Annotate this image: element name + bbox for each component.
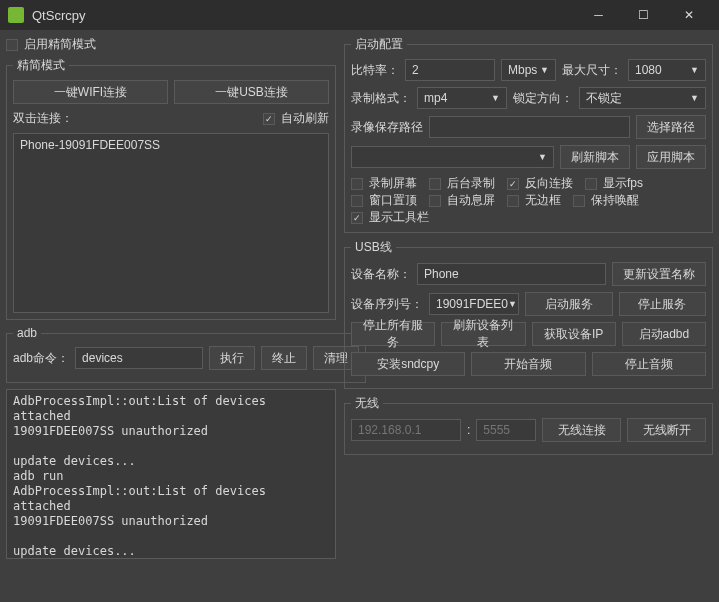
- checkbox-box: [6, 39, 18, 51]
- max-size-label: 最大尺寸：: [562, 62, 622, 79]
- lock-orient-label: 锁定方向：: [513, 90, 573, 107]
- close-button[interactable]: ✕: [666, 0, 711, 30]
- app-icon: [8, 7, 24, 23]
- select-path-button[interactable]: 选择路径: [636, 115, 706, 139]
- start-audio-button[interactable]: 开始音频: [471, 352, 585, 376]
- log-output[interactable]: AdbProcessImpl::out:List of devices atta…: [6, 389, 336, 559]
- wifi-connect-button[interactable]: 一键WIFI连接: [13, 80, 168, 104]
- usb-connect-button[interactable]: 一键USB连接: [174, 80, 329, 104]
- chevron-down-icon: ▼: [540, 65, 549, 75]
- device-name-input[interactable]: [417, 263, 606, 285]
- adb-cmd-input[interactable]: [75, 347, 203, 369]
- wireless-port-input[interactable]: [476, 419, 536, 441]
- maximize-button[interactable]: ☐: [621, 0, 666, 30]
- chevron-down-icon: ▼: [538, 152, 547, 162]
- simple-mode-legend: 精简模式: [13, 57, 69, 74]
- start-adbd-button[interactable]: 启动adbd: [622, 322, 706, 346]
- bitrate-label: 比特率：: [351, 62, 399, 79]
- execute-button[interactable]: 执行: [209, 346, 255, 370]
- apply-script-button[interactable]: 应用脚本: [636, 145, 706, 169]
- checkbox-box: [263, 113, 275, 125]
- checkbox-label: 自动刷新: [281, 110, 329, 127]
- bitrate-unit-select[interactable]: Mbps▼: [501, 59, 556, 81]
- install-sndcpy-button[interactable]: 安装sndcpy: [351, 352, 465, 376]
- adb-group: adb adb命令： 执行 终止 清理: [6, 326, 366, 383]
- auto-refresh-checkbox[interactable]: 自动刷新: [263, 110, 329, 127]
- refresh-list-button[interactable]: 刷新设备列表: [441, 322, 525, 346]
- checkbox-label: 启用精简模式: [24, 36, 96, 53]
- chevron-down-icon: ▼: [690, 65, 699, 75]
- terminate-button[interactable]: 终止: [261, 346, 307, 370]
- chevron-down-icon: ▼: [690, 93, 699, 103]
- device-list-item[interactable]: Phone-19091FDEE007SS: [20, 138, 322, 152]
- start-service-button[interactable]: 启动服务: [525, 292, 613, 316]
- device-name-label: 设备名称：: [351, 266, 411, 283]
- wireless-ip-input[interactable]: [351, 419, 461, 441]
- auto-config-legend: 启动配置: [351, 36, 407, 53]
- lock-orient-select[interactable]: 不锁定▼: [579, 87, 706, 109]
- keep-awake-checkbox[interactable]: 保持唤醒: [573, 192, 639, 209]
- bitrate-input[interactable]: [405, 59, 495, 81]
- adb-legend: adb: [13, 326, 41, 340]
- borderless-checkbox[interactable]: 无边框: [507, 192, 561, 209]
- wireless-legend: 无线: [351, 395, 383, 412]
- stop-all-button[interactable]: 停止所有服务: [351, 322, 435, 346]
- stop-audio-button[interactable]: 停止音频: [592, 352, 706, 376]
- record-fmt-select[interactable]: mp4▼: [417, 87, 507, 109]
- auto-config-group: 启动配置 比特率： Mbps▼ 最大尺寸： 1080▼ 录制格式： mp4▼ 锁…: [344, 36, 713, 233]
- app-title: QtScrcpy: [32, 8, 576, 23]
- record-path-label: 录像保存路径: [351, 119, 423, 136]
- script-select[interactable]: ▼: [351, 146, 554, 168]
- chevron-down-icon: ▼: [491, 93, 500, 103]
- usb-group: USB线 设备名称： 更新设置名称 设备序列号： 19091FDEE0▼ 启动服…: [344, 239, 713, 389]
- simple-mode-group: 精简模式 一键WIFI连接 一键USB连接 双击连接： 自动刷新 Phone-1…: [6, 57, 336, 320]
- device-serial-select[interactable]: 19091FDEE0▼: [429, 293, 519, 315]
- refresh-script-button[interactable]: 刷新脚本: [560, 145, 630, 169]
- get-ip-button[interactable]: 获取设备IP: [532, 322, 616, 346]
- reverse-conn-checkbox[interactable]: 反向连接: [507, 175, 573, 192]
- bg-record-checkbox[interactable]: 后台录制: [429, 175, 495, 192]
- device-list[interactable]: Phone-19091FDEE007SS: [13, 133, 329, 313]
- record-screen-checkbox[interactable]: 录制屏幕: [351, 175, 417, 192]
- dblclick-connect-label: 双击连接：: [13, 110, 73, 127]
- show-fps-checkbox[interactable]: 显示fps: [585, 175, 643, 192]
- wireless-group: 无线 : 无线连接 无线断开: [344, 395, 713, 455]
- record-fmt-label: 录制格式：: [351, 90, 411, 107]
- wireless-disconnect-button[interactable]: 无线断开: [627, 418, 706, 442]
- show-toolbar-checkbox[interactable]: 显示工具栏: [351, 209, 429, 226]
- wireless-connect-button[interactable]: 无线连接: [542, 418, 621, 442]
- usb-legend: USB线: [351, 239, 396, 256]
- minimize-button[interactable]: ─: [576, 0, 621, 30]
- record-path-input[interactable]: [429, 116, 630, 138]
- auto-sleep-checkbox[interactable]: 自动息屏: [429, 192, 495, 209]
- chevron-down-icon: ▼: [508, 299, 517, 309]
- window-top-checkbox[interactable]: 窗口置顶: [351, 192, 417, 209]
- max-size-select[interactable]: 1080▼: [628, 59, 706, 81]
- device-serial-label: 设备序列号：: [351, 296, 423, 313]
- enable-simple-mode-checkbox[interactable]: 启用精简模式: [6, 36, 336, 53]
- update-name-button[interactable]: 更新设置名称: [612, 262, 706, 286]
- adb-cmd-label: adb命令：: [13, 350, 69, 367]
- stop-service-button[interactable]: 停止服务: [619, 292, 707, 316]
